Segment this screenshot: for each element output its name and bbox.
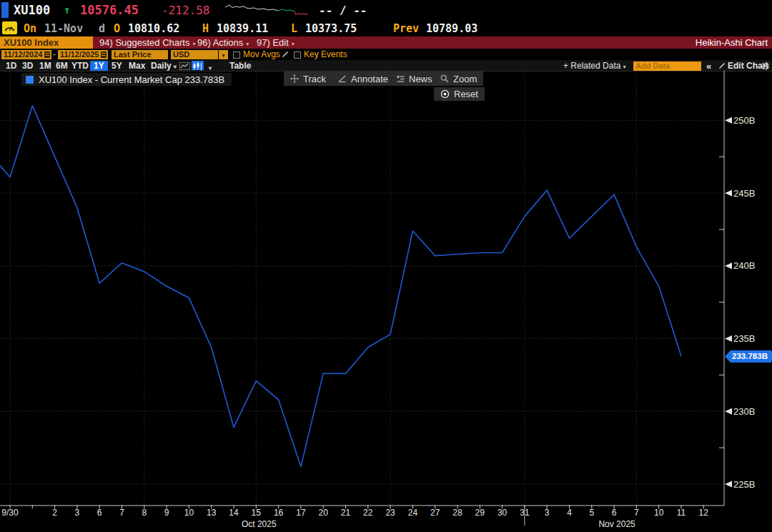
track-button[interactable]: Track	[284, 72, 332, 86]
related-data-button[interactable]: + Related Data▾	[563, 61, 625, 71]
x-axis-label: 12	[699, 508, 709, 518]
x-axis-label: 3	[545, 508, 550, 518]
gear-icon[interactable]	[761, 61, 770, 71]
high-label: H	[202, 22, 209, 35]
ticker-symbol: XU100	[14, 3, 50, 17]
x-axis-label: 8	[142, 508, 147, 518]
chevron-down-icon: ▾	[623, 64, 625, 70]
period-button-ytd[interactable]: YTD	[71, 61, 89, 71]
chart-legend[interactable]: XU100 Index - Current Market Cap 233.783…	[21, 73, 232, 86]
high-value: 10839.11	[217, 22, 268, 35]
on-label: On	[24, 22, 36, 35]
x-axis-label: 27	[430, 508, 440, 518]
delayed-data-gauge-icon[interactable]	[2, 21, 17, 34]
period-button-max[interactable]: Max	[129, 61, 145, 71]
currency-select[interactable]: USD	[171, 50, 218, 59]
candlestick-chart-button[interactable]	[192, 61, 204, 70]
annotate-button[interactable]: Annotate	[332, 72, 395, 86]
x-axis-label: 4	[567, 508, 572, 518]
prev-value: 10789.03	[426, 22, 477, 35]
calendar-icon[interactable]	[44, 51, 50, 58]
period-button-5y[interactable]: 5Y	[112, 61, 122, 71]
chart-type-label: Heikin-Ashi Chart	[696, 37, 768, 48]
table-button[interactable]: Table	[229, 61, 251, 71]
period-button-1y[interactable]: 1Y	[90, 61, 108, 71]
y-tick-arrow-icon	[725, 481, 732, 488]
x-axis-label: 28	[452, 508, 462, 518]
x-axis-label: 30	[498, 508, 508, 518]
key-events-label: Key Events	[304, 49, 347, 59]
x-axis-label: 24	[408, 508, 418, 518]
x-axis-label: 14	[229, 508, 239, 518]
series-legend-label: XU100 Index - Current Market Cap 233.783…	[39, 74, 224, 85]
mov-avgs-checkbox[interactable]	[233, 51, 240, 59]
currency-dropdown-button[interactable]: ▾	[219, 50, 228, 59]
freq-flag: d	[99, 22, 105, 35]
y-tick-arrow-icon	[725, 262, 732, 269]
function-menu-bar: XU100 Index 94) Suggested Charts▾ 96) Ac…	[0, 36, 772, 49]
line-chart-icon[interactable]	[179, 62, 190, 70]
chevron-down-icon: ▾	[222, 53, 225, 58]
menu-suggested-charts[interactable]: 94) Suggested Charts▾	[99, 37, 195, 48]
y-axis-label: 245B	[733, 188, 755, 199]
x-axis-label: 29	[475, 508, 485, 518]
price-chart-plot[interactable]: 250B245B240B235B230B225B9/30236789101314…	[0, 71, 772, 532]
quote-date: 11-Nov	[44, 22, 83, 35]
low-value: 10373.75	[305, 22, 357, 35]
x-axis-label: 5	[589, 508, 594, 518]
y-axis-label: 235B	[733, 333, 755, 344]
frequency-select[interactable]: Daily▾	[151, 61, 177, 71]
x-axis-label: 7	[119, 508, 124, 518]
y-tick-arrow-icon	[725, 408, 732, 415]
date-from-field[interactable]: 11/12/2024	[1, 50, 51, 59]
reset-button[interactable]: Reset	[434, 87, 485, 101]
x-axis-label: 6	[97, 508, 102, 518]
x-axis-label: 17	[296, 508, 306, 518]
x-axis-label: 13	[207, 508, 217, 518]
collapse-toolbar-button[interactable]: «	[706, 61, 711, 72]
pencil-icon[interactable]	[282, 51, 289, 58]
bid-ask-placeholder: -- / --	[319, 4, 367, 17]
security-header-bar: XU100 ↑ 10576.45 -212.58 -- / --	[0, 0, 772, 20]
period-button-6m[interactable]: 6M	[56, 61, 68, 71]
calendar-icon[interactable]	[101, 51, 107, 58]
key-events-checkbox[interactable]	[294, 51, 301, 59]
date-range-separator: -	[53, 49, 56, 59]
reset-icon	[440, 89, 450, 99]
x-axis-label: 9	[164, 508, 169, 518]
zoom-button[interactable]: Zoom	[434, 72, 483, 86]
period-toolbar: 1D3D1M6MYTD1Y5YMax Daily▾ ▾ Table + Rela…	[0, 60, 772, 72]
chevron-down-icon: ▾	[292, 41, 295, 47]
x-axis-label: 9/30	[1, 508, 19, 518]
last-price: 10576.45	[80, 3, 139, 17]
menu-edit[interactable]: 97) Edit▾	[257, 37, 295, 48]
open-label: O	[114, 22, 120, 35]
intraday-sparkline-icon	[225, 3, 310, 17]
date-to-field[interactable]: 11/12/2025	[58, 50, 108, 59]
add-data-input[interactable]: Add Data	[633, 61, 701, 71]
price-up-arrow-icon: ↑	[64, 4, 70, 16]
x-axis-label: 7	[634, 508, 639, 518]
news-button[interactable]: News	[390, 72, 439, 86]
x-axis-label: 6	[612, 508, 617, 518]
market-cap-line-series	[0, 106, 681, 467]
series-color-swatch	[26, 76, 34, 84]
menu-actions[interactable]: 96) Actions▾	[197, 37, 249, 48]
price-change: -212.58	[162, 4, 209, 17]
open-value: 10810.62	[128, 22, 179, 35]
price-type-select[interactable]: Last Price	[112, 50, 168, 59]
period-button-1m[interactable]: 1M	[39, 61, 51, 71]
y-axis-label: 240B	[733, 260, 755, 271]
security-tab[interactable]: XU100 Index	[0, 36, 93, 49]
month-label: Oct 2025	[242, 519, 277, 529]
chart-settings-bar: 11/12/2024 - 11/12/2025 Last Price USD ▾…	[0, 49, 772, 60]
y-axis-label: 250B	[733, 115, 755, 126]
prev-label: Prev	[393, 22, 419, 35]
pencil-icon[interactable]	[718, 62, 726, 69]
mov-avgs-label: Mov Avgs	[243, 49, 280, 59]
annotate-angle-icon	[338, 74, 347, 83]
magnifier-icon	[440, 74, 449, 83]
period-button-3d[interactable]: 3D	[22, 61, 33, 71]
period-button-1d[interactable]: 1D	[6, 61, 16, 71]
track-crosshair-icon	[290, 74, 299, 83]
